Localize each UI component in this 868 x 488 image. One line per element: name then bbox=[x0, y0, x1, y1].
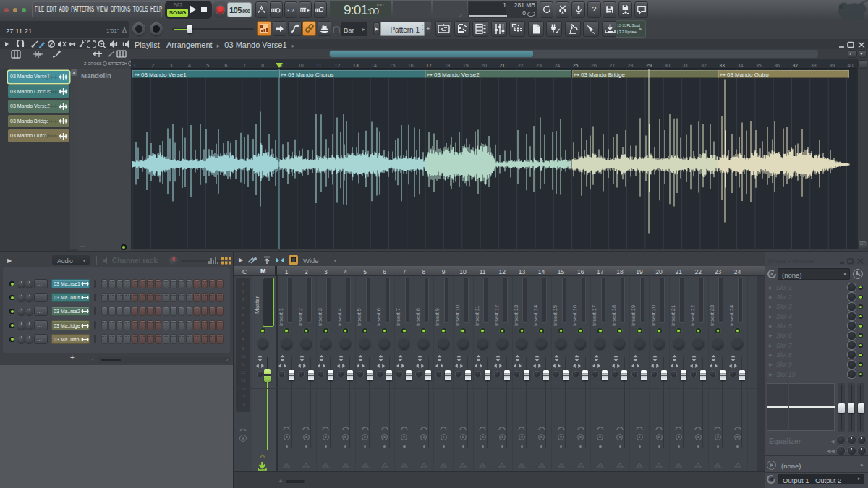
svg-text:38: 38 bbox=[811, 63, 817, 68]
svg-text:27: 27 bbox=[609, 63, 615, 68]
svg-text:22: 22 bbox=[518, 63, 524, 68]
svg-text:3: 3 bbox=[170, 63, 173, 68]
svg-text:12: 12 bbox=[335, 63, 341, 68]
svg-text:11: 11 bbox=[316, 63, 321, 68]
svg-text:39: 39 bbox=[829, 63, 835, 68]
svg-text:23: 23 bbox=[536, 63, 542, 68]
svg-text:20: 20 bbox=[481, 63, 487, 68]
svg-text:?: ? bbox=[592, 5, 596, 14]
svg-text:16: 16 bbox=[408, 63, 414, 68]
svg-text:32: 32 bbox=[701, 63, 707, 68]
svg-text:21: 21 bbox=[499, 63, 505, 68]
svg-text:19: 19 bbox=[463, 63, 469, 68]
svg-text:28: 28 bbox=[628, 63, 634, 68]
svg-text:13: 13 bbox=[353, 63, 359, 68]
svg-text:10: 10 bbox=[298, 63, 304, 68]
svg-text:15: 15 bbox=[390, 63, 396, 68]
svg-text:2: 2 bbox=[151, 63, 154, 68]
svg-text:24: 24 bbox=[554, 63, 560, 68]
svg-text:6: 6 bbox=[225, 63, 228, 68]
svg-text:40: 40 bbox=[848, 63, 854, 68]
svg-text:37: 37 bbox=[793, 63, 799, 68]
svg-text:17: 17 bbox=[426, 63, 432, 68]
svg-text:7: 7 bbox=[243, 63, 246, 68]
svg-text:30: 30 bbox=[664, 63, 670, 68]
svg-text:25: 25 bbox=[573, 63, 579, 68]
svg-text:35: 35 bbox=[756, 63, 762, 68]
svg-text:18: 18 bbox=[444, 63, 450, 68]
svg-text:31: 31 bbox=[683, 63, 689, 68]
svg-text:1: 1 bbox=[293, 9, 295, 13]
svg-text:33: 33 bbox=[719, 63, 725, 68]
svg-text:36: 36 bbox=[774, 63, 780, 68]
svg-text:34: 34 bbox=[738, 63, 744, 68]
svg-text:8: 8 bbox=[261, 63, 264, 68]
svg-text:4: 4 bbox=[188, 63, 191, 68]
svg-text:29: 29 bbox=[646, 63, 652, 68]
svg-text:26: 26 bbox=[591, 63, 597, 68]
svg-text:14: 14 bbox=[371, 63, 377, 68]
svg-text:5: 5 bbox=[206, 63, 209, 68]
svg-text:1: 1 bbox=[133, 63, 136, 68]
